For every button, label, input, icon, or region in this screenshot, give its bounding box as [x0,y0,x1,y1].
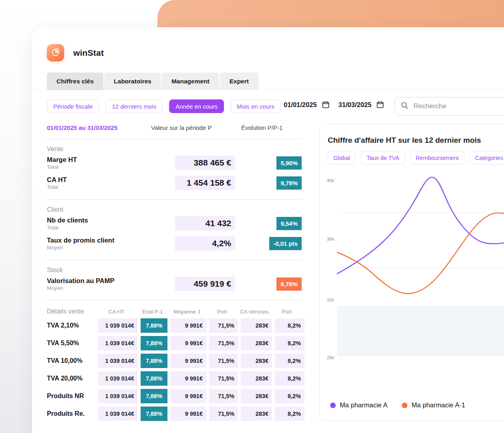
evolution-badge: -0,01 pts [269,237,302,250]
kpi-label: CA HT [47,176,175,184]
details-cell-port: 71,5% [209,354,238,368]
section-title-client: Client [47,206,302,213]
details-row: Produits NR1 039 014€7,88%9 991€71,5%283… [47,389,302,403]
tab-management[interactable]: Management [162,73,219,90]
trend-chart [337,173,504,361]
kpi-row-marge-ht: Marge HT Total 388 465 € 5,90% [47,153,302,173]
toolbar: Période fiscale 12 derniers mois Année e… [32,97,504,115]
tab-expert[interactable]: Expert [220,73,258,90]
legend-item-pharmacie-a-1: Ma pharmacie A-1 [402,401,465,409]
details-cell-retroces: 283€ [241,407,272,421]
divider [47,139,302,139]
shaded-band [337,306,504,356]
period-filter-group: Période fiscale 12 derniers mois Année e… [47,99,281,113]
details-cell-moyenne: 9 991€ [170,389,206,403]
kpi-label: Marge HT [47,156,175,164]
details-cell-port: 8,2% [275,336,304,350]
section-title-stock: Stock [47,267,302,274]
details-cell-ca-ht: 1 039 014€ [98,318,138,333]
chart-filter-remboursement[interactable]: Remboursement [410,151,464,164]
details-cell-port: 71,5% [209,371,238,386]
calendar-icon[interactable] [376,101,384,109]
tab-laboratoires[interactable]: Laboratoires [104,73,161,90]
details-row: TVA 5,50%1 039 014€7,88%9 991€71,5%283€8… [47,336,302,350]
details-cell-port: 71,5% [209,407,238,421]
details-cell-port: 8,2% [275,407,304,421]
kpi-label: Taux de promis client [47,236,175,245]
details-row: TVA 10,00%1 039 014€7,88%9 991€71,5%283€… [47,354,302,368]
series-line-ma-pharmacie-a [337,177,504,274]
kpi-column-evolution: Évolution P/P-1 [241,124,282,131]
calendar-icon[interactable] [322,101,330,109]
chart-filter-global[interactable]: Global [328,151,356,164]
details-cell-port: 71,5% [209,318,238,333]
chart-card: Chiffre d'affaire HT sur les 12 dernier … [319,124,504,421]
chart-filter-taux-tva[interactable]: Taux de TVA [361,151,405,164]
kpi-row-taux-promis: Taux de promis client Moyen 4,2% -0,01 p… [47,233,302,253]
details-row-label: Produits Re. [47,410,95,417]
details-cell-port: 8,2% [275,354,304,368]
details-cell-evol: 7,88% [141,407,167,421]
kpi-row-valorisation: Valorisation au PAMP Moyen 459 919 € 8,7… [47,274,302,294]
y-axis: 40k 36k 32k 28k [323,173,334,361]
filter-12-derniers-mois[interactable]: 12 derniers mois [105,99,163,113]
app-logo [47,44,64,61]
y-tick-32k: 32k [327,297,334,302]
search-icon [401,101,409,111]
details-row: TVA 20,00%1 039 014€7,88%9 991€71,5%283€… [47,371,302,386]
divider [47,199,302,200]
app-title: winStat [73,48,104,58]
date-start[interactable]: 01/01/2025 [284,101,317,109]
legend-label: Ma pharmacie A-1 [411,401,465,409]
kpi-sublabel: Total [47,164,175,170]
tab-bar: Chiffres clés Laboratoires Management Ex… [32,73,504,90]
details-cell-retroces: 283€ [241,318,272,333]
evolution-badge: 9,78% [276,176,302,190]
kpi-sublabel: Moyen [47,245,175,251]
details-cell-evol: 7,88% [141,389,167,403]
details-row-label: TVA 5,50% [47,340,95,347]
kpi-label: Nb de clients [47,216,175,225]
details-cell-moyenne: 9 991€ [170,336,206,350]
kpi-sublabel: Total [47,184,175,190]
section-title-vente: Vente [47,146,302,153]
filter-annee-en-cours[interactable]: Année en cours [169,99,224,113]
date-end[interactable]: 31/03/2025 [339,101,372,109]
details-cell-ca-ht: 1 039 014€ [98,407,138,421]
details-cell-ca-ht: 1 039 014€ [98,389,138,403]
chart-filter-group: Global Taux de TVA Remboursement Catégor… [328,151,504,164]
kpi-value: 4,2% [175,236,235,251]
details-cell-port: 71,5% [209,336,238,350]
details-row-label: TVA 20,00% [47,375,95,382]
tab-chiffres-cles[interactable]: Chiffres clés [47,73,103,90]
filter-periode-fiscale[interactable]: Période fiscale [47,99,99,113]
kpi-value: 388 465 € [175,156,235,170]
details-cell-moyenne: 9 991€ [170,371,206,386]
details-cell-evol: 7,88% [141,371,167,386]
details-col-ca-ht: CA HT [95,309,138,315]
chart-filter-categories[interactable]: Catégories [470,151,504,164]
details-cell-evol: 7,88% [141,318,167,333]
chart-legend: Ma pharmacie A Ma pharmacie A-1 [330,401,465,409]
evolution-badge: 5,90% [276,156,302,170]
filter-mois-en-cours[interactable]: Mois en cours [230,99,280,113]
kpi-value: 459 919 € [175,277,235,291]
details-cell-retroces: 283€ [241,336,272,350]
legend-label: Ma pharmacie A [340,401,387,409]
details-cell-ca-ht: 1 039 014€ [98,371,138,386]
details-cell-port: 8,2% [275,371,304,386]
legend-item-pharmacie-a: Ma pharmacie A [330,401,387,409]
brand: winStat [47,44,104,61]
kpi-sublabel: Total [47,225,175,231]
search-box [395,97,504,115]
kpi-header-row: 01/01/2025 au 31/03/2025 Valeur sur la p… [47,124,302,132]
header-orange-shape [157,0,504,27]
details-cell-evol: 7,88% [141,336,167,350]
search-input[interactable] [413,102,504,110]
evolution-badge: 9,54% [276,217,302,230]
kpi-period-label: 01/01/2025 au 31/03/2025 [47,124,117,131]
y-tick-36k: 36k [327,237,334,241]
details-col-port1: Port [206,309,238,315]
series-line-ma-pharmacie-a-1 [337,213,504,293]
kpi-panel: 01/01/2025 au 31/03/2025 Valeur sur la p… [47,124,302,421]
